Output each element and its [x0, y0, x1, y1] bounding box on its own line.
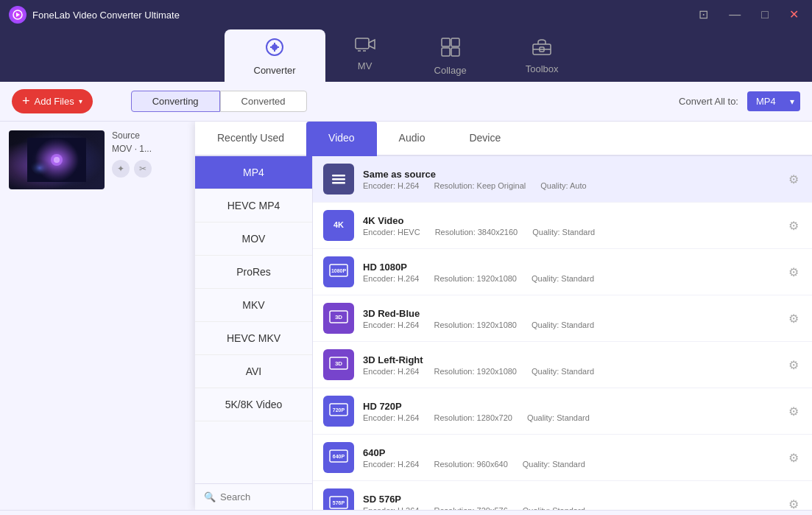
format-list-mov[interactable]: MOV: [195, 223, 312, 256]
file-info: Source MOV · 1... ✦ ✂: [112, 130, 197, 178]
svg-rect-21: [332, 182, 345, 184]
tab-recently-used[interactable]: Recently Used: [195, 122, 306, 156]
format-option-3d-lr[interactable]: 3D 3D Left-Right Encoder: H.264 Resoluti…: [313, 342, 812, 388]
tab-converting[interactable]: Converting: [131, 91, 220, 112]
format-badge-1080p: 1080P: [323, 256, 354, 287]
format-badge-720p: 720P: [323, 396, 354, 427]
svg-point-18: [54, 157, 60, 163]
search-input[interactable]: [220, 491, 303, 502]
format-list-mkv[interactable]: MKV: [195, 289, 312, 322]
tab-video[interactable]: Video: [306, 122, 377, 156]
maximize-button[interactable]: □: [757, 7, 773, 22]
tab-audio[interactable]: Audio: [377, 122, 448, 156]
format-badge-same: [323, 164, 354, 195]
format-meta-row-1080p: Encoder: H.264 Resolution: 1920x1080 Qua…: [363, 274, 777, 283]
format-list-mp4[interactable]: MP4: [195, 156, 312, 189]
format-quality-720p: Quality: Standard: [527, 413, 590, 422]
svg-point-15: [31, 141, 82, 178]
tab-converted[interactable]: Converted: [220, 91, 307, 112]
format-option-720p[interactable]: 720P HD 720P Encoder: H.264 Resolution: …: [313, 388, 812, 435]
format-option-1080p[interactable]: 1080P HD 1080P Encoder: H.264 Resolution…: [313, 249, 812, 295]
gear-icon-7[interactable]: ⚙: [785, 494, 802, 511]
format-details-3d-lr: 3D Left-Right Encoder: H.264 Resolution:…: [363, 354, 777, 376]
format-encoder-720p: Encoder: H.264: [363, 413, 419, 422]
nav-converter[interactable]: Converter: [225, 29, 325, 82]
convert-all-label: Convert All to:: [679, 96, 738, 107]
app-icon: [9, 6, 27, 24]
nav-toolbox[interactable]: Toolbox: [496, 29, 588, 82]
file-name-label: MOV · 1...: [112, 144, 197, 154]
format-meta-row-3d-lr: Encoder: H.264 Resolution: 1920x1080 Qua…: [363, 367, 777, 376]
format-option-same-as-source[interactable]: Same as source Encoder: H.264 Resolution…: [313, 156, 812, 203]
format-list-avi[interactable]: AVI: [195, 355, 312, 388]
format-quality-640p: Quality: Standard: [523, 460, 585, 469]
gear-icon-5[interactable]: ⚙: [785, 402, 802, 421]
format-resolution-4k: Resolution: 3840x2160: [435, 228, 518, 237]
minimize-button[interactable]: —: [724, 7, 745, 22]
format-list-prores[interactable]: ProRes: [195, 256, 312, 289]
nav-toolbox-label: Toolbox: [526, 63, 559, 74]
file-thumb-art: [9, 130, 105, 189]
format-option-name-3d-rb: 3D Red-Blue: [363, 308, 777, 319]
format-quality-3d-lr: Quality: Standard: [532, 367, 594, 376]
format-quality-4k: Quality: Standard: [532, 228, 595, 237]
gear-icon-3[interactable]: ⚙: [785, 309, 802, 329]
nav-collage[interactable]: Collage: [405, 29, 496, 82]
format-option-name-3d-lr: 3D Left-Right: [363, 354, 777, 365]
toolbar: + Add Files ▾ Converting Converted Conve…: [0, 82, 812, 122]
svg-rect-14: [27, 138, 86, 182]
tab-device[interactable]: Device: [447, 122, 523, 156]
nav-mv[interactable]: MV: [325, 29, 405, 82]
svg-text:576P: 576P: [333, 500, 345, 505]
svg-point-17: [51, 154, 63, 166]
cut-button[interactable]: ✂: [134, 160, 152, 178]
main-area: + Add Files ▾ Converting Converted Conve…: [0, 82, 812, 510]
format-list-5k8k[interactable]: 5K/8K Video: [195, 388, 312, 421]
format-details-1080p: HD 1080P Encoder: H.264 Resolution: 1920…: [363, 262, 777, 283]
nav-bar: Converter MV Collage: [0, 29, 812, 82]
svg-rect-9: [442, 48, 450, 56]
format-list-hevc-mkv[interactable]: HEVC MKV: [195, 322, 312, 355]
gear-icon-6[interactable]: ⚙: [785, 448, 802, 468]
chat-button[interactable]: ⊡: [694, 7, 713, 22]
format-option-name-640p: 640P: [363, 447, 777, 458]
format-select[interactable]: MP4 MOV MKV AVI: [747, 91, 800, 111]
file-item: Source MOV · 1... ✦ ✂: [9, 130, 197, 189]
file-panel: Source MOV · 1... ✦ ✂: [0, 122, 206, 510]
format-option-4k[interactable]: 4K 4K Video Encoder: HEVC Resolution: 38…: [313, 203, 812, 249]
format-tabs: Recently Used Video Audio Device: [195, 122, 812, 156]
format-option-name-4k: 4K Video: [363, 215, 777, 226]
format-details-640p: 640P Encoder: H.264 Resolution: 960x640 …: [363, 447, 777, 469]
add-files-label: Add Files: [35, 96, 74, 107]
close-button[interactable]: ✕: [785, 7, 803, 22]
plus-icon: +: [22, 94, 30, 109]
title-bar-left: FoneLab Video Converter Ultimate: [9, 6, 180, 24]
tab-group: Converting Converted: [131, 91, 307, 112]
add-files-button[interactable]: + Add Files ▾: [12, 89, 93, 113]
gear-icon-1[interactable]: ⚙: [785, 216, 802, 236]
format-option-576p[interactable]: 576P SD 576P Encoder: H.264 Resolution: …: [313, 481, 812, 510]
format-list-hevc-mp4[interactable]: HEVC MP4: [195, 189, 312, 223]
format-option-name-576p: SD 576P: [363, 494, 777, 505]
gear-icon-4[interactable]: ⚙: [785, 355, 802, 375]
file-actions: ✦ ✂: [112, 160, 197, 178]
format-list: MP4 HEVC MP4 MOV ProRes MKV HEVC MKV AVI…: [195, 156, 313, 510]
format-resolution: Resolution: Keep Original: [434, 181, 526, 190]
format-encoder-576p: Encoder: H.264: [363, 506, 419, 511]
format-quality-1080p: Quality: Standard: [532, 274, 594, 283]
format-option-640p[interactable]: 640P 640P Encoder: H.264 Resolution: 960…: [313, 435, 812, 481]
format-details-3d-rb: 3D Red-Blue Encoder: H.264 Resolution: 1…: [363, 308, 777, 329]
svg-rect-7: [442, 38, 450, 46]
star-button[interactable]: ✦: [112, 160, 130, 178]
format-picker: Recently Used Video Audio Device MP4 HEV…: [195, 122, 812, 510]
format-resolution-576p: Resolution: 720x576: [434, 506, 507, 511]
format-badge-3d-lr: 3D: [323, 349, 354, 380]
format-resolution-640p: Resolution: 960x640: [434, 460, 507, 469]
format-details-720p: HD 720P Encoder: H.264 Resolution: 1280x…: [363, 401, 777, 422]
gear-icon-0[interactable]: ⚙: [785, 169, 802, 189]
format-resolution-3d-lr: Resolution: 1920x1080: [434, 367, 517, 376]
nav-mv-label: MV: [358, 60, 373, 71]
format-meta-row-4k: Encoder: HEVC Resolution: 3840x2160 Qual…: [363, 228, 777, 237]
format-option-3d-rb[interactable]: 3D 3D Red-Blue Encoder: H.264 Resolution…: [313, 295, 812, 342]
gear-icon-2[interactable]: ⚙: [785, 262, 802, 282]
